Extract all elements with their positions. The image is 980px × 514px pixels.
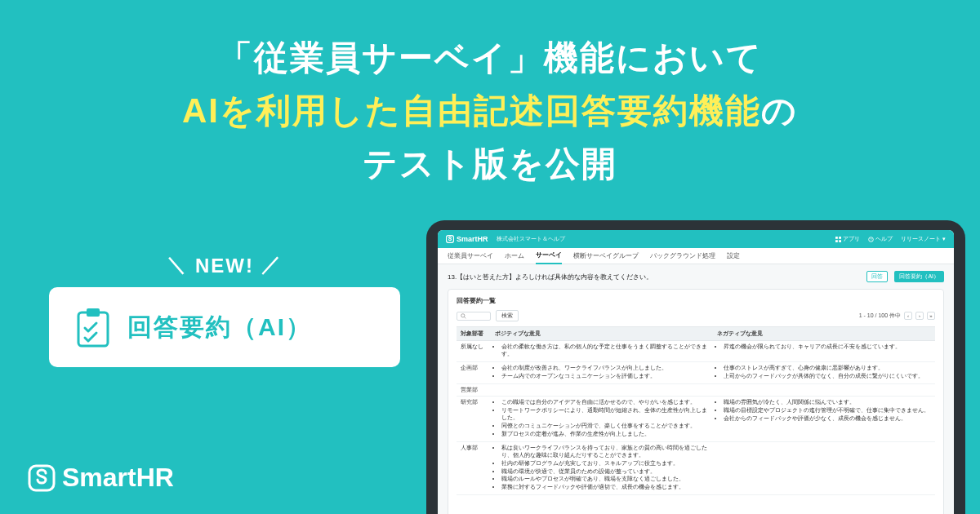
list-item: 昇進の機会が限られており、キャリアの成長に不安を感じています。 <box>724 343 931 351</box>
list-item: 業務に対するフィードバックや評価が適切で、成長の機会を感じます。 <box>501 484 709 491</box>
tab-answers-chip[interactable]: 回答 <box>866 271 888 282</box>
list-item: 職場の環境が快適で、従業員のための設備が整っています。 <box>501 468 709 476</box>
link-help[interactable]: ?ヘルプ <box>868 235 893 243</box>
list-item: 同僚とのコミュニケーションが円滑で、楽しく仕事をすることができます。 <box>501 423 709 430</box>
dept-cell: 企画部 <box>457 361 491 383</box>
question-row: 13.【はいと答えた方】よろしければ具体的な内容を教えてください。 回答 回答要… <box>448 271 944 282</box>
svg-rect-0 <box>78 312 108 346</box>
link-apps[interactable]: アプリ <box>835 235 860 243</box>
search-icon <box>461 313 466 319</box>
negative-cell: 仕事のストレスが高すぎて、心身の健康に悪影響があります。上司からのフィードバック… <box>713 361 935 383</box>
nav-tab-5[interactable]: 設定 <box>727 249 740 264</box>
list-item: 会社の柔軟な働き方は、私の個人的な予定と仕事をうまく調整することができます。 <box>501 343 709 358</box>
dept-cell: 所属なし <box>457 341 491 362</box>
negative-cell <box>713 383 935 397</box>
dept-cell: 人事部 <box>457 441 491 494</box>
col-header-2: ネガティブな意見 <box>713 327 935 341</box>
pager-last[interactable]: » <box>927 312 935 320</box>
headline-line2: AIを利用した自由記述回答要約機能の <box>0 84 980 137</box>
list-item: 私は良いワークライフバランスを持っており、家族との質の高い時間を過ごしたり、個人… <box>501 445 709 459</box>
pager-text: 1 - 10 / 100 件中 <box>859 312 901 320</box>
pager-prev[interactable]: ‹ <box>904 312 912 320</box>
list-item: 新プロセスの定着が進み、作業の生産性が向上しました。 <box>501 431 709 438</box>
svg-line-11 <box>465 317 466 318</box>
list-item: 職場の雰囲気が冷たく、人間関係に悩んでいます。 <box>724 399 931 406</box>
headline-suffix: の <box>761 91 798 130</box>
headline: 「従業員サーベイ」機能において AIを利用した自由記述回答要約機能の テスト版を… <box>0 0 980 190</box>
laptop-frame: SmartHR 株式会社スマート＆ヘルプ アプリ ?ヘルプ リリースノート ▾ … <box>426 220 965 514</box>
col-header-1: ポジティブな意見 <box>491 327 713 341</box>
list-item: 職場の目標設定やプロジェクトの進行管理が不明確で、仕事に集中できません。 <box>724 407 931 414</box>
app-screen: SmartHR 株式会社スマート＆ヘルプ アプリ ?ヘルプ リリースノート ▾ … <box>438 230 954 514</box>
app-topbar: SmartHR 株式会社スマート＆ヘルプ アプリ ?ヘルプ リリースノート ▾ <box>438 230 954 248</box>
nav-tab-2[interactable]: サーベイ <box>536 248 562 264</box>
topbar-links: アプリ ?ヘルプ リリースノート ▾ <box>835 235 946 243</box>
feature-label: 回答要約（AI） <box>127 311 312 344</box>
new-badge: ＼ NEW! ／ <box>49 253 400 279</box>
grid-icon <box>835 237 841 242</box>
list-item: リモートワークポリシーにより、通勤時間が短縮され、全体の生産性が向上しました。 <box>501 407 709 422</box>
left-pane: ＼ NEW! ／ 回答要約（AI） <box>49 253 400 367</box>
list-item: 仕事のストレスが高すぎて、心身の健康に悪影響があります。 <box>724 365 931 372</box>
org-name: 株式会社スマート＆ヘルプ <box>497 235 565 243</box>
list-item: 会社からのフィードバックや評価が少なく、成長の機会を感じません。 <box>724 415 931 423</box>
nav-tab-4[interactable]: バックグラウンド処理 <box>650 249 715 264</box>
list-item: 職場のルールやプロセスが明確であり、職場を支障なく過ごしました。 <box>501 476 709 483</box>
feature-card: 回答要約（AI） <box>49 287 400 367</box>
positive-cell: 会社の制度が改善され、ワークライフバランスが向上しました。チーム内でのオープンな… <box>491 361 713 383</box>
nav-tab-3[interactable]: 横断サーベイグループ <box>573 249 639 264</box>
list-item: 社内の研修プログラムが充実しており、スキルアップに役立ちます。 <box>501 460 709 467</box>
dept-cell: 営業部 <box>457 383 491 397</box>
app-logo-icon <box>446 235 454 243</box>
table-row: 人事部私は良いワークライフバランスを持っており、家族との質の高い時間を過ごしたり… <box>457 441 935 494</box>
col-header-0: 対象部署 <box>457 327 491 341</box>
pager: 1 - 10 / 100 件中 ‹ › » <box>859 312 935 320</box>
nav-tab-0[interactable]: 従業員サーベイ <box>448 249 493 264</box>
positive-cell <box>491 383 713 397</box>
question-title: 13.【はいと答えた方】よろしければ具体的な内容を教えてください。 <box>448 273 860 281</box>
dept-cell: 研究部 <box>457 397 491 441</box>
link-release[interactable]: リリースノート ▾ <box>901 235 946 243</box>
svg-rect-4 <box>835 237 838 239</box>
nav-tabs: 従業員サーベイホームサーベイ横断サーベイグループバックグラウンド処理設定 <box>438 248 954 264</box>
list-item: 会社の制度が改善され、ワークライフバランスが向上しました。 <box>501 365 709 372</box>
headline-line3: テスト版を公開 <box>0 137 980 190</box>
svg-rect-5 <box>839 237 841 239</box>
negative-cell: 昇進の機会が限られており、キャリアの成長に不安を感じています。 <box>713 341 935 362</box>
panel-controls: 検索 1 - 10 / 100 件中 ‹ › » <box>457 310 935 321</box>
table-row: 研究部この職場では自分のアイデアを自由に活かせるので、やりがいを感じます。リモー… <box>457 397 935 441</box>
summary-table: 対象部署ポジティブな意見ネガティブな意見 所属なし会社の柔軟な働き方は、私の個人… <box>457 326 935 495</box>
table-row: 所属なし会社の柔軟な働き方は、私の個人的な予定と仕事をうまく調整することができま… <box>457 341 935 362</box>
search-button[interactable]: 検索 <box>496 310 519 321</box>
clipboard-check-icon <box>75 307 111 348</box>
brand-name: SmartHR <box>62 463 174 493</box>
table-row: 企画部会社の制度が改善され、ワークライフバランスが向上しました。チーム内でのオー… <box>457 361 935 383</box>
brand-mark-icon <box>28 464 56 492</box>
positive-cell: 私は良いワークライフバランスを持っており、家族との質の高い時間を過ごしたり、個人… <box>491 441 713 494</box>
svg-point-10 <box>461 313 465 317</box>
search-input[interactable] <box>457 312 491 321</box>
svg-rect-6 <box>835 240 838 242</box>
list-item: 上司からのフィードバックが具体的でなく、自分の成長に繋がりにくいです。 <box>724 373 931 380</box>
summary-panel: 回答要約一覧 検索 1 - 10 / 100 件中 ‹ › » <box>448 289 944 514</box>
svg-rect-1 <box>87 308 100 317</box>
positive-cell: この職場では自分のアイデアを自由に活かせるので、やりがいを感じます。リモートワー… <box>491 397 713 441</box>
nav-tab-1[interactable]: ホーム <box>505 249 524 264</box>
headline-line1: 「従業員サーベイ」機能において <box>0 31 980 84</box>
app-logo[interactable]: SmartHR <box>446 235 488 243</box>
list-item: チーム内でのオープンなコミュニケーションを評価します。 <box>501 373 709 380</box>
app-logo-text: SmartHR <box>457 235 488 243</box>
headline-accent: AIを利用した自由記述回答要約機能 <box>182 91 761 130</box>
help-icon: ? <box>868 237 874 242</box>
svg-rect-7 <box>839 240 841 242</box>
negative-cell: 職場の雰囲気が冷たく、人間関係に悩んでいます。職場の目標設定やプロジェクトの進行… <box>713 397 935 441</box>
brand-logo: SmartHR <box>28 463 174 493</box>
list-item: この職場では自分のアイデアを自由に活かせるので、やりがいを感じます。 <box>501 399 709 406</box>
pager-next[interactable]: › <box>915 312 924 320</box>
panel-title: 回答要約一覧 <box>457 296 935 305</box>
positive-cell: 会社の柔軟な働き方は、私の個人的な予定と仕事をうまく調整することができます。 <box>491 341 713 362</box>
tab-summary-chip[interactable]: 回答要約（AI） <box>894 271 944 282</box>
table-row: 営業部 <box>457 383 935 397</box>
negative-cell <box>713 441 935 494</box>
